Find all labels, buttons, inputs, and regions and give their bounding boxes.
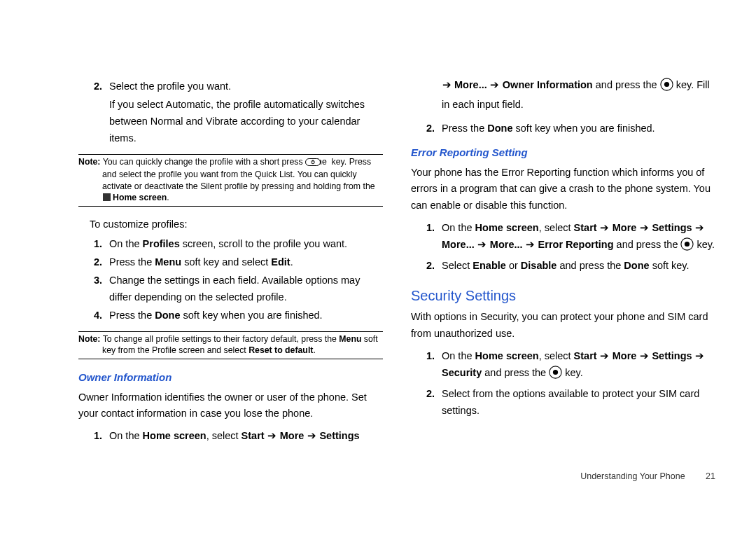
- t-bold: Disable: [521, 260, 557, 271]
- step-number: 2.: [411, 258, 442, 275]
- nav-item: More: [612, 350, 637, 361]
- step-number: 4.: [78, 307, 109, 324]
- step-2: 2. Select the profile you want.: [78, 78, 383, 95]
- step-text: On the Home screen, select Start ➔ More …: [442, 348, 715, 385]
- t: .: [290, 256, 293, 268]
- note-home-bold: Home screen: [113, 193, 167, 202]
- security-step-2: 2. Select from the options available to …: [411, 386, 715, 420]
- t: key.: [562, 367, 583, 378]
- t: and press the: [482, 367, 549, 378]
- security-step-1: 1. On the Home screen, select Start ➔ Mo…: [411, 348, 715, 385]
- page-footer: Understanding Your Phone 21: [580, 469, 715, 484]
- two-columns: 2. Select the profile you want. If you s…: [78, 77, 715, 446]
- t: Select: [442, 260, 472, 271]
- t-bold: Home screen: [143, 430, 206, 441]
- t: To change all profile settings to their …: [103, 334, 340, 344]
- owner-information-para: Owner Information identifies the owner o…: [78, 389, 383, 423]
- security-settings-heading: Security Settings: [411, 284, 715, 307]
- customize-lead: To customize profiles:: [90, 216, 383, 233]
- step-text: Press the Done soft key when you are fin…: [109, 307, 323, 324]
- customize-step-4: 4. Press the Done soft key when you are …: [78, 307, 383, 324]
- t: On the: [442, 350, 475, 361]
- t-bold: Done: [487, 123, 512, 134]
- t-bold: Menu: [339, 334, 361, 344]
- t: On the: [109, 430, 143, 441]
- nav-item: Start: [241, 430, 265, 441]
- owner-information-heading: Owner Information: [78, 369, 383, 387]
- t-bold: Enable: [472, 260, 506, 271]
- ok-key-icon: [549, 366, 562, 385]
- t-bold: Home screen: [475, 222, 539, 233]
- step-text: Change the settings in each field. Avail…: [109, 272, 383, 306]
- t-bold: Menu: [155, 256, 181, 268]
- step-text: Select from the options available to pro…: [442, 386, 715, 420]
- t: soft key.: [650, 260, 690, 271]
- security-settings-para: With options in Security, you can protec…: [411, 309, 715, 342]
- ok-key-icon: [680, 237, 694, 256]
- nav-item: More...: [442, 239, 475, 250]
- right-column: ➔ More... ➔ Owner Information and press …: [411, 77, 715, 446]
- error-reporting-para: Your phone has the Error Reporting funct…: [411, 165, 715, 215]
- nav-item: Security: [442, 367, 482, 378]
- customize-step-3: 3. Change the settings in each field. Av…: [78, 272, 383, 306]
- t: and press the: [593, 79, 660, 90]
- arrow-icon: ➔: [639, 220, 649, 237]
- step-text: Press the Menu soft key and select Edit.: [109, 254, 293, 271]
- step-number: 2.: [411, 386, 442, 420]
- arrow-icon: ➔: [600, 220, 610, 237]
- t: key.: [694, 239, 715, 250]
- error-step-1: 1. On the Home screen, select Start ➔ Mo…: [411, 220, 715, 256]
- step-2-continuation: If you select Automatic, the profile aut…: [78, 97, 383, 147]
- note-label: Note:: [78, 157, 100, 167]
- nav-item: Settings: [319, 430, 359, 441]
- t: soft key when you are finished.: [181, 310, 323, 321]
- t-bold: Profiles: [143, 238, 180, 249]
- t-bold: Done: [155, 310, 180, 321]
- customize-step-2: 2. Press the Menu soft key and select Ed…: [78, 254, 383, 271]
- t-bold: Done: [624, 260, 649, 271]
- t: Press the: [109, 256, 155, 268]
- owner-step-1-continuation: ➔ More... ➔ Owner Information and press …: [411, 77, 715, 113]
- arrow-icon: ➔: [600, 348, 610, 365]
- t: , select: [539, 350, 574, 361]
- arrow-icon: ➔: [695, 348, 705, 365]
- t: .: [313, 345, 315, 355]
- nav-item: More...: [454, 79, 487, 90]
- note-text: You can quickly change the profile with …: [103, 157, 330, 167]
- t-bold: Reset to default: [248, 345, 313, 355]
- arrow-icon: ➔: [477, 237, 487, 254]
- step-number: 2.: [78, 78, 109, 95]
- nav-item: Owner Information: [503, 79, 593, 90]
- error-step-2: 2. Select Enable or Disable and press th…: [411, 258, 715, 275]
- nav-item: Settings: [652, 350, 692, 361]
- ok-key-icon: [660, 78, 673, 97]
- t: and press the: [556, 260, 624, 271]
- nav-item: More: [612, 222, 637, 233]
- step-text: Press the Done soft key when you are fin…: [442, 120, 655, 137]
- t: , select: [539, 222, 574, 233]
- t: On the: [109, 238, 143, 249]
- home-key-icon: [103, 193, 111, 201]
- footer-section: Understanding Your Phone: [580, 471, 685, 481]
- step-text: On the Home screen, select Start ➔ More …: [109, 428, 360, 445]
- left-column: 2. Select the profile you want. If you s…: [78, 77, 383, 446]
- step-text: On the Home screen, select Start ➔ More …: [442, 220, 715, 256]
- t: , select: [206, 430, 241, 441]
- nav-item: Start: [574, 350, 597, 361]
- t-bold: Edit: [271, 256, 290, 268]
- note-label: Note:: [78, 334, 100, 344]
- nav-item: Settings: [652, 222, 692, 233]
- arrow-icon: ➔: [639, 348, 649, 365]
- step-number: 1.: [78, 428, 109, 445]
- svg-point-8: [553, 370, 558, 375]
- arrow-icon: ➔: [490, 77, 500, 94]
- owner-step-1: 1. On the Home screen, select Start ➔ Mo…: [78, 428, 383, 445]
- step-number: 1.: [411, 348, 442, 385]
- note-reset-default: Note: To change all profile settings to …: [78, 331, 383, 359]
- svg-point-4: [664, 82, 669, 87]
- t: screen, scroll to the profile you want.: [180, 238, 347, 249]
- step-text: On the Profiles screen, scroll to the pr…: [109, 236, 347, 253]
- svg-point-6: [685, 242, 690, 247]
- step-number: 3.: [78, 272, 109, 306]
- owner-step-2: 2. Press the Done soft key when you are …: [411, 120, 715, 137]
